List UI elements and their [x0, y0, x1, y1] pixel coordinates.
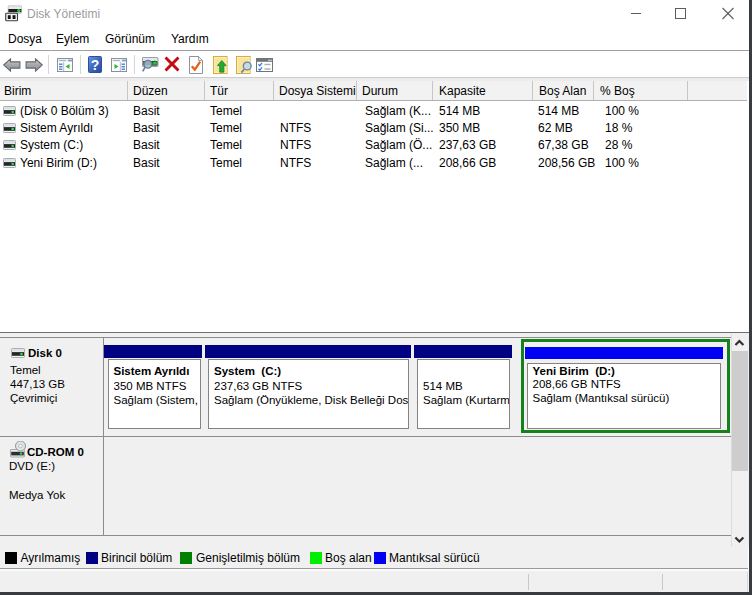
svg-text:?: ? — [91, 57, 100, 73]
